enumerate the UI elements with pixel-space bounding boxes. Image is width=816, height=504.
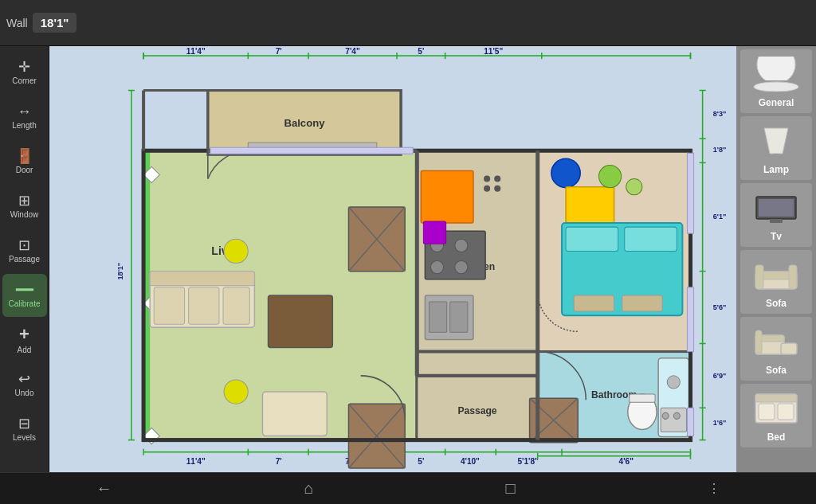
tool-corner[interactable]: ✛ Corner: [2, 51, 47, 94]
svg-point-111: [673, 412, 680, 419]
length-label: Length: [12, 121, 37, 130]
undo-label: Undo: [15, 389, 34, 397]
svg-point-88: [484, 176, 490, 182]
tool-undo[interactable]: ↩ Undo: [2, 363, 47, 406]
back-button[interactable]: ←: [83, 476, 124, 501]
svg-text:18'1": 18'1": [116, 263, 124, 280]
svg-rect-149: [755, 330, 762, 354]
svg-rect-101: [574, 295, 614, 311]
tv-label: Tv: [771, 231, 782, 242]
svg-rect-106: [630, 394, 655, 402]
svg-rect-147: [781, 343, 797, 354]
general-label: General: [759, 97, 794, 108]
svg-point-108: [667, 376, 680, 389]
calibrate-label: Calibrate: [8, 299, 40, 308]
svg-rect-128: [687, 153, 693, 233]
sofa2-preview: [748, 322, 804, 361]
sofa2-label: Sofa: [766, 365, 787, 376]
svg-point-80: [455, 239, 468, 252]
wall-value: 18'1": [33, 13, 77, 33]
svg-text:1'6": 1'6": [713, 419, 727, 427]
furniture-lamp[interactable]: Lamp: [740, 116, 812, 180]
svg-point-94: [551, 158, 580, 187]
svg-point-134: [754, 82, 798, 92]
svg-text:11'4": 11'4": [186, 47, 206, 56]
svg-point-89: [494, 176, 500, 182]
add-label: Add: [18, 346, 32, 354]
more-button[interactable]: ⋮: [695, 478, 733, 499]
door-label: Door: [16, 166, 33, 174]
svg-text:5': 5': [418, 47, 424, 56]
svg-rect-152: [759, 404, 775, 420]
left-toolbar: ✛ Corner ↔ Length 🚪 Door ⊞ Window ⊡ Pass…: [0, 46, 49, 472]
svg-point-82: [455, 261, 468, 274]
bottom-nav: ← ⌂ □ ⋮: [0, 472, 816, 504]
svg-rect-85: [450, 302, 468, 332]
floor-plan-area[interactable]: 11'4" 7' 7'4" 5' 11'5" 8'3" 1'8" 6'1" 5'…: [49, 46, 736, 472]
svg-rect-64: [154, 287, 184, 324]
svg-rect-138: [774, 154, 779, 158]
tool-window[interactable]: ⊞ Window: [2, 185, 47, 228]
svg-text:6'1": 6'1": [713, 213, 727, 221]
corner-icon: ✛: [18, 60, 30, 74]
tool-door[interactable]: 🚪 Door: [2, 140, 47, 183]
svg-text:1'8": 1'8": [713, 146, 727, 154]
recents-button[interactable]: □: [492, 476, 528, 501]
svg-rect-127: [210, 147, 413, 154]
svg-rect-87: [423, 221, 445, 244]
window-icon: ⊞: [18, 193, 30, 208]
tool-length[interactable]: ↔ Length: [2, 96, 47, 139]
wall-label: Wall: [6, 17, 28, 29]
tool-levels[interactable]: ⊟ Levels: [2, 408, 47, 451]
svg-text:Passage: Passage: [457, 405, 496, 416]
home-button[interactable]: ⌂: [291, 476, 326, 501]
svg-text:Balcony: Balcony: [284, 117, 325, 129]
furniture-sofa2[interactable]: Sofa: [740, 317, 812, 381]
bed-preview: [748, 389, 804, 428]
svg-rect-95: [566, 187, 614, 223]
svg-rect-151: [755, 394, 797, 402]
svg-rect-129: [687, 287, 693, 352]
passage-label: Passage: [9, 255, 40, 264]
svg-text:5'6": 5'6": [713, 303, 727, 311]
svg-rect-153: [778, 404, 794, 420]
svg-rect-67: [262, 392, 327, 436]
lamp-label: Lamp: [763, 164, 789, 175]
svg-text:5': 5': [418, 457, 424, 466]
svg-rect-66: [223, 287, 249, 324]
levels-icon: ⊟: [18, 416, 30, 431]
svg-rect-63: [150, 272, 254, 286]
svg-rect-145: [789, 265, 797, 289]
top-bar: Wall 18'1": [0, 0, 816, 46]
svg-text:4'10": 4'10": [461, 457, 480, 466]
svg-point-110: [662, 412, 669, 419]
furniture-sofa1[interactable]: Sofa: [740, 250, 812, 314]
tool-passage[interactable]: ⊡ Passage: [2, 229, 47, 272]
length-icon: ↔: [18, 104, 32, 119]
furniture-general[interactable]: General: [740, 49, 812, 113]
svg-point-81: [430, 261, 443, 274]
tool-add[interactable]: + Add: [2, 318, 47, 361]
svg-point-97: [626, 179, 642, 195]
sofa1-label: Sofa: [766, 298, 787, 309]
svg-point-90: [484, 186, 490, 192]
svg-rect-84: [429, 302, 446, 332]
svg-rect-100: [625, 227, 677, 251]
bed-label: Bed: [767, 432, 786, 443]
svg-rect-68: [269, 295, 333, 348]
svg-text:11'5": 11'5": [484, 47, 503, 56]
main-layout: ✛ Corner ↔ Length 🚪 Door ⊞ Window ⊡ Pass…: [0, 46, 816, 472]
window-label: Window: [10, 210, 39, 219]
lamp-preview: [748, 121, 804, 161]
floor-plan-svg: 11'4" 7' 7'4" 5' 11'5" 8'3" 1'8" 6'1" 5'…: [49, 46, 736, 472]
svg-rect-140: [759, 199, 794, 217]
furniture-bed[interactable]: Bed: [740, 384, 812, 447]
svg-rect-99: [566, 227, 618, 251]
svg-rect-109: [661, 408, 686, 432]
furniture-tv[interactable]: Tv: [740, 183, 812, 247]
svg-rect-65: [189, 287, 219, 324]
tool-calibrate[interactable]: ━━ Calibrate: [2, 274, 47, 317]
add-icon: +: [19, 326, 29, 343]
svg-text:7': 7': [276, 47, 282, 56]
svg-point-135: [757, 57, 795, 84]
